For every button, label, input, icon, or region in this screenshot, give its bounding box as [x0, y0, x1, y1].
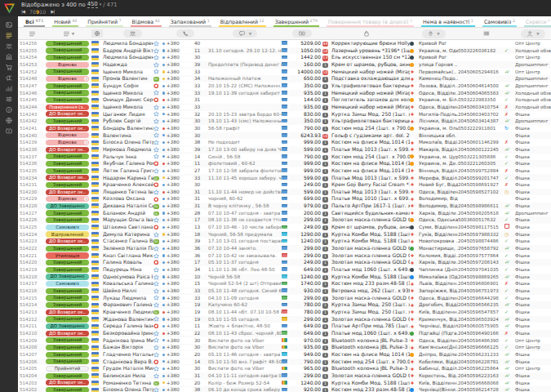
client-phone[interactable]: +38030 [162, 181, 208, 189]
client-phone[interactable]: +38031 [162, 189, 208, 196]
order-row-514204[interactable]: 514204ЗавершенийБелинская Нила+3803104.1… [18, 372, 551, 380]
order-row-514243[interactable]: 514243ДО Возврат ок..Цыганюк Лидия+38032… [18, 111, 551, 118]
order-row-514205[interactable]: 514205ПрийнятийГрудок Наталія Мик..+3803… [18, 365, 551, 372]
order-row-514253[interactable]: 514253ВідмоваНадежда+38039Предоплата (Пе… [18, 61, 551, 69]
client-phone[interactable]: +38036 [162, 245, 208, 252]
order-row-514246[interactable]: 514246ЗавершенийІщенко Микола+3803319.10… [18, 90, 551, 97]
client-phone[interactable]: +38011 [162, 47, 208, 55]
order-status[interactable]: Завершений [46, 373, 91, 379]
order-row-514235[interactable]: 514235ЗавершенийЛетяк Галина Григо..+380… [18, 167, 551, 175]
tab-Самовивіз[interactable]: Самовивіз2 [482, 16, 517, 27]
col-source-header[interactable]: ▼ [515, 29, 551, 38]
order-status[interactable]: Завершений [46, 210, 91, 216]
order-status[interactable]: Відмова [46, 62, 91, 68]
client-phone[interactable]: +38017 [162, 216, 208, 224]
page-button-10[interactable]: 10 [39, 9, 46, 15]
col-ttn-header[interactable] [458, 30, 515, 37]
client-phone[interactable]: +38030 [162, 54, 208, 61]
order-status[interactable]: Відмоваi [46, 196, 91, 202]
ttn-number[interactable]: 20450605294816 [458, 69, 504, 76]
order-row-514226[interactable]: 514226ЗавершенийМарущак Ольга Іва..+3801… [18, 216, 551, 224]
client-phone[interactable]: +38020 [162, 351, 208, 359]
client-phone[interactable]: +38020 [162, 380, 208, 387]
order-row-514212[interactable]: 514212ЗавершенийЖданова Валентина+380190… [18, 316, 551, 323]
order-status[interactable]: Завершений [46, 302, 91, 308]
order-row-514221[interactable]: 514221УтилізаціяКнап Світлана Миха..+380… [18, 252, 551, 260]
order-status[interactable]: Відмоваi [46, 76, 91, 82]
order-row-514214[interactable]: 514214ЗавершенийФаранович Галина+38019Ка… [18, 301, 551, 309]
client-phone[interactable]: +38033 [162, 287, 208, 295]
col-note-header[interactable]: ▼ [208, 29, 282, 38]
client-phone[interactable]: +38039 [162, 238, 208, 245]
warehouse-icon[interactable] [2, 53, 16, 60]
ttn-number[interactable]: 20450598117515 [458, 224, 504, 231]
client-phone[interactable]: +38030 [162, 132, 208, 140]
marketing-icon[interactable] [2, 74, 16, 82]
page-size-caret-icon[interactable]: ▾ [100, 2, 102, 7]
client-phone[interactable]: +38019 [162, 316, 208, 323]
order-row-514237[interactable]: 514237ЗавершенийРальчук Інна+38014Синій … [18, 154, 551, 161]
col-country-header[interactable] [91, 29, 103, 38]
order-row-514248[interactable]: 514248ВідмоваiПронів Валентинlic+38034На… [18, 75, 551, 82]
orders-icon[interactable] [2, 32, 16, 39]
col-payment-header[interactable] [282, 29, 322, 38]
order-row-514254[interactable]: 514254ЗавершенийЛюдмила Бондарен..+38030… [18, 54, 551, 61]
client-phone[interactable]: +38013 [162, 224, 208, 231]
ttn-number[interactable]: 20450597658792 [458, 245, 504, 252]
col-phone-header[interactable] [162, 29, 208, 38]
order-row-514234[interactable]: 514234ДО Возврат ок..Надарян Карина Гв..… [18, 174, 551, 181]
client-phone[interactable]: +38031 [162, 372, 208, 380]
client-phone[interactable]: +38019 [162, 309, 208, 316]
ttn-number[interactable]: 20450598869265 [458, 274, 504, 281]
ttn-number[interactable]: 0503221260305 [458, 160, 504, 167]
order-row-514222[interactable]: 514222ЗавершенийЗеленко Наталія Па..+380… [18, 245, 551, 252]
client-phone[interactable]: +38038 [162, 386, 208, 392]
client-phone[interactable]: +38040 [162, 40, 208, 47]
ttn-number[interactable]: 20450597988332 [458, 231, 504, 238]
order-status[interactable]: Завершений [46, 316, 91, 322]
order-status[interactable]: Завершений [46, 90, 91, 96]
ttn-number[interactable]: 20450598691927 [458, 181, 504, 189]
order-row-514252[interactable]: 514252ЗавершенийІщенко Микола+3803314000… [18, 69, 551, 76]
ttn-number[interactable]: 20450601146299 [458, 139, 504, 146]
order-row-514219[interactable]: 514219ЗавершенийПедурець Ніна+3803411.10… [18, 266, 551, 274]
order-row-514245[interactable]: 514245ЗавершенийОнищук Денис Сергі..+380… [18, 96, 551, 104]
client-phone[interactable]: +38033 [162, 82, 208, 90]
order-status[interactable]: Самовивіз [46, 281, 91, 287]
order-status[interactable]: ДО Возврат ок.. [46, 331, 91, 336]
ttn-number[interactable]: 20450600122245 [458, 146, 504, 154]
client-phone[interactable]: +38030 [162, 337, 208, 345]
ttn-number[interactable]: 20450596666125 [458, 344, 504, 351]
ttn-number[interactable]: 20450596490166 [458, 330, 504, 337]
order-status[interactable]: Завершений [46, 260, 91, 265]
order-row-514216[interactable]: 514216ЗавершенийШейко Неллі+3803305.10 1… [18, 287, 551, 295]
client-phone[interactable]: +38011 [162, 160, 208, 167]
order-status[interactable]: Завершений [46, 352, 91, 358]
client-phone[interactable]: +38039 [162, 146, 208, 154]
order-status[interactable]: ДО Возврат ок.. [46, 189, 91, 195]
order-status[interactable]: Відправлений [46, 231, 91, 237]
tab-Прийнятий[interactable]: Прийнятий7 [86, 16, 122, 27]
order-row-514225[interactable]: 514225СамовивізШтахина Светлана+3801307.… [18, 224, 551, 231]
client-phone[interactable]: +38036 [162, 252, 208, 260]
col-city-header[interactable]: ▼ [410, 29, 458, 38]
order-row-514255[interactable]: 514255ЗавершенийБадров Андрій Вікт..+380… [18, 47, 551, 55]
client-phone[interactable]: +38039 [162, 61, 208, 69]
order-status[interactable]: Прийнятий [46, 366, 91, 372]
order-row-514256[interactable]: 514256ЗавершенийЛюдмила Бондарен..+38040… [18, 40, 551, 47]
client-phone[interactable]: +38033 [162, 69, 208, 76]
order-status[interactable]: ДО Возврат ок.. [46, 147, 91, 153]
ttn-number[interactable]: 20450596225864 [458, 365, 504, 372]
order-status[interactable]: Самовивіз [46, 225, 91, 230]
order-status[interactable]: ДО Возврат ок.. [46, 111, 91, 117]
ttn-number[interactable]: 20450596486390 [458, 337, 504, 345]
ttn-number[interactable]: 20450599201747 [458, 175, 504, 182]
globe-icon[interactable] [2, 117, 16, 124]
ttn-number[interactable]: 20450598205618 [458, 210, 504, 217]
client-phone[interactable]: +38017 [162, 259, 208, 266]
tab-Відмова[interactable]: Відмова42 [131, 16, 162, 27]
tab-Запакований[interactable]: Запакований1 [169, 16, 211, 27]
ttn-number[interactable]: 20450600575905 [458, 323, 504, 330]
ttn-number[interactable]: 20450596644298 [458, 295, 504, 302]
client-phone[interactable]: +38033 [162, 104, 208, 111]
